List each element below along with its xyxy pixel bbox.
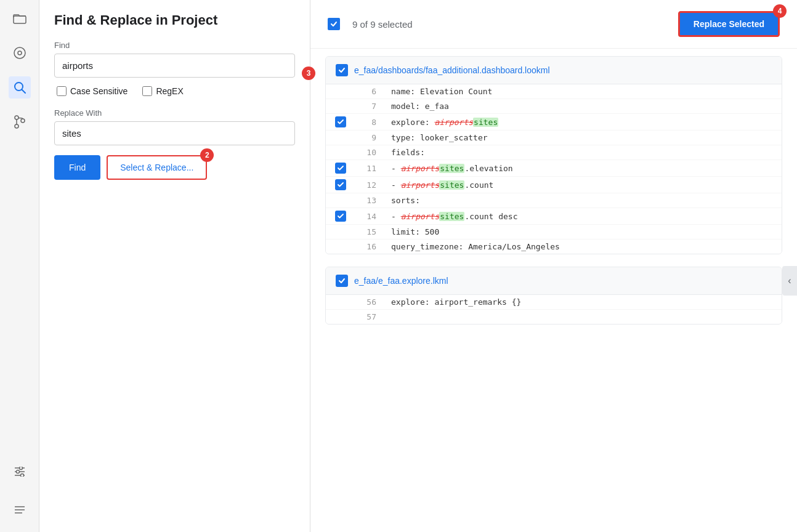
select-all-badge-3: 3 — [302, 66, 315, 80]
svg-point-2 — [18, 51, 22, 55]
line-number: 16 — [355, 242, 386, 251]
replace-selected-button[interactable]: Replace Selected — [678, 11, 780, 37]
file-section-1: e_faa/dashboards/faa_additional.dashboar… — [325, 56, 782, 254]
replace-with-input[interactable] — [54, 121, 295, 145]
find-replace-panel: Find & Replace in Project Find Case Sens… — [39, 0, 310, 532]
icon-bar — [0, 0, 39, 532]
find-button[interactable]: Find — [54, 155, 100, 180]
table-row: 14 - airportssites.count desc — [326, 208, 782, 225]
table-row: 15 limit: 500 — [326, 225, 782, 240]
line-checkbox-cell[interactable] — [326, 211, 355, 222]
line-number: 6 — [355, 87, 386, 96]
file-header-2: e_faa/e_faa.explore.lkml — [326, 267, 782, 295]
code-lines-1: 6 name: Elevation Count 7 model: e_faa — [326, 84, 782, 254]
line-number: 11 — [355, 164, 386, 173]
line-number: 9 — [355, 133, 386, 142]
svg-point-1 — [14, 47, 25, 58]
table-row: 56 explore: airport_remarks {} — [326, 295, 782, 310]
case-sensitive-checkbox[interactable] — [57, 86, 67, 96]
regex-option[interactable]: RegEX — [142, 86, 183, 96]
list-icon[interactable] — [9, 500, 31, 522]
svg-point-14 — [20, 474, 23, 477]
table-row: 7 model: e_faa — [326, 99, 782, 114]
line-number: 57 — [355, 312, 386, 321]
sliders-icon[interactable] — [9, 461, 31, 483]
line-checkbox-cell[interactable] — [326, 116, 355, 127]
file-checkbox-1[interactable] — [336, 64, 348, 76]
line-number: 56 — [355, 297, 386, 307]
explore-icon[interactable] — [9, 42, 31, 64]
case-sensitive-label: Case Sensitive — [70, 86, 127, 96]
svg-point-12 — [19, 467, 22, 470]
results-area: e_faa/dashboards/faa_additional.dashboar… — [310, 49, 797, 532]
line-number: 14 — [355, 212, 386, 221]
replacement-highlight: sites — [439, 180, 464, 190]
line-checkbox-cell[interactable] — [326, 163, 355, 174]
action-buttons: Find Select & Replace... 2 — [54, 155, 295, 180]
line-content: - airportssites.elevation — [386, 164, 782, 173]
line-number: 7 — [355, 102, 386, 111]
line-number: 15 — [355, 227, 386, 236]
collapse-panel-button[interactable]: ‹ — [782, 266, 797, 296]
select-all-button[interactable] — [328, 18, 340, 30]
find-input[interactable] — [54, 54, 295, 78]
select-replace-badge: 2 — [200, 148, 214, 162]
match-strikethrough: airports — [401, 164, 440, 173]
replacement-highlight: sites — [439, 164, 464, 173]
line-11-checkbox[interactable] — [335, 163, 346, 174]
table-row: 16 query_timezone: America/Los_Angeles — [326, 240, 782, 254]
line-content: fields: — [386, 148, 782, 157]
regex-checkbox[interactable] — [142, 86, 152, 96]
line-content: - airportssites.count — [386, 180, 782, 190]
line-content: explore: airport_remarks {} — [386, 297, 782, 307]
file-header-1: e_faa/dashboards/faa_additional.dashboar… — [326, 57, 782, 84]
replacement-highlight: sites — [439, 212, 464, 221]
options-row: Case Sensitive RegEX — [57, 86, 295, 96]
svg-rect-0 — [14, 16, 26, 23]
table-row: 8 explore: airportssites — [326, 114, 782, 131]
git-icon[interactable] — [9, 111, 31, 133]
table-row: 9 type: looker_scatter — [326, 131, 782, 145]
select-replace-button[interactable]: Select & Replace... — [107, 155, 207, 180]
case-sensitive-option[interactable]: Case Sensitive — [57, 86, 127, 96]
line-number: 8 — [355, 118, 386, 127]
folder-icon[interactable] — [9, 7, 31, 30]
table-row: 10 fields: — [326, 145, 782, 160]
line-12-checkbox[interactable] — [335, 179, 346, 190]
match-strikethrough: airports — [434, 118, 473, 127]
table-row: 13 sorts: — [326, 193, 782, 208]
file-section-2: e_faa/e_faa.explore.lkml 56 explore: air… — [325, 267, 782, 324]
line-checkbox-cell[interactable] — [326, 179, 355, 190]
file-path-1: e_faa/dashboards/faa_additional.dashboar… — [354, 65, 550, 75]
svg-point-7 — [15, 124, 18, 128]
line-14-checkbox[interactable] — [335, 211, 346, 222]
line-content: - airportssites.count desc — [386, 212, 782, 221]
line-content: query_timezone: America/Los_Angeles — [386, 242, 782, 251]
table-row: 12 - airportssites.count — [326, 177, 782, 193]
line-content: sorts: — [386, 196, 782, 205]
file-checkbox-2[interactable] — [336, 275, 348, 287]
line-content: model: e_faa — [386, 102, 782, 111]
line-content: explore: airportssites — [386, 118, 782, 127]
panel-title: Find & Replace in Project — [54, 12, 295, 28]
svg-line-4 — [22, 90, 25, 94]
line-content: limit: 500 — [386, 227, 782, 236]
svg-point-13 — [16, 470, 19, 474]
search-active-icon[interactable] — [9, 76, 31, 99]
match-strikethrough: airports — [401, 180, 440, 190]
line-number: 12 — [355, 180, 386, 190]
line-content: name: Elevation Count — [386, 87, 782, 96]
line-number: 13 — [355, 196, 386, 205]
results-toolbar: 9 of 9 selected Replace Selected 4 — [310, 0, 797, 49]
line-content: type: looker_scatter — [386, 133, 782, 142]
line-8-checkbox[interactable] — [335, 116, 346, 127]
results-panel: 9 of 9 selected Replace Selected 4 e_faa… — [310, 0, 797, 532]
replacement-highlight: sites — [473, 118, 498, 127]
svg-point-5 — [15, 116, 18, 119]
table-row: 11 - airportssites.elevation — [326, 160, 782, 177]
code-lines-2: 56 explore: airport_remarks {} 57 — [326, 295, 782, 324]
file-path-2: e_faa/e_faa.explore.lkml — [354, 276, 448, 286]
replace-selected-badge: 4 — [773, 4, 787, 18]
line-number: 10 — [355, 148, 386, 157]
find-label: Find — [54, 41, 295, 50]
